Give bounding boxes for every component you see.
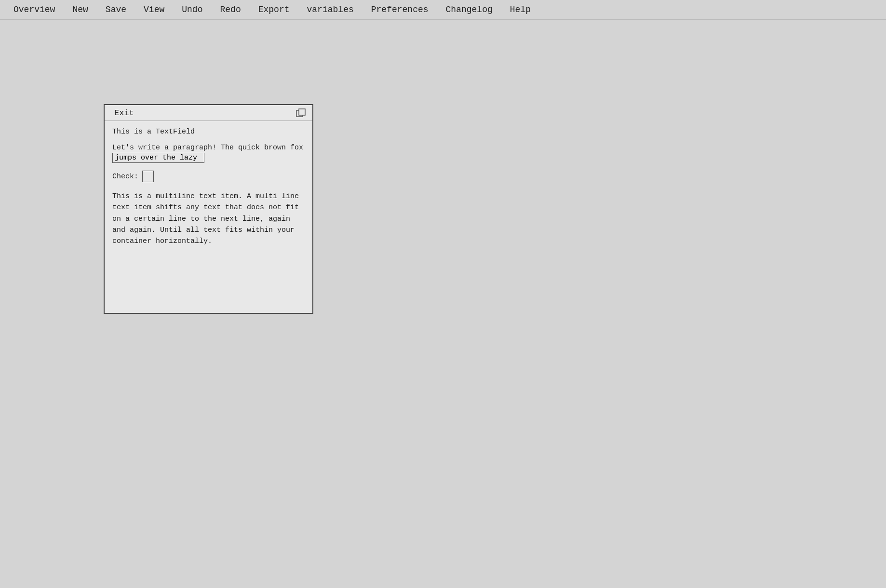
paragraph-before-text: Let's write a paragraph! The quick brown… <box>112 144 303 152</box>
menu-item-new[interactable]: New <box>64 0 96 20</box>
canvas-area: Exit This is a TextField Let's write a p… <box>0 20 886 588</box>
check-label: Check: <box>112 173 138 181</box>
menu-item-undo[interactable]: Undo <box>173 0 211 20</box>
menu-bar: Overview New Save View Undo Redo Export … <box>0 0 886 20</box>
menu-item-export[interactable]: Export <box>250 0 298 20</box>
menu-item-view[interactable]: View <box>135 0 173 20</box>
menu-item-help[interactable]: Help <box>501 0 539 20</box>
dialog-titlebar: Exit <box>105 105 312 121</box>
dialog-expand-button[interactable] <box>295 108 307 118</box>
check-row: Check: <box>112 171 305 182</box>
multiline-text: This is a multiline text item. A multi l… <box>112 191 305 247</box>
check-box[interactable] <box>142 171 154 182</box>
menu-item-redo[interactable]: Redo <box>211 0 249 20</box>
menu-item-overview[interactable]: Overview <box>5 0 64 20</box>
menu-item-changelog[interactable]: Changelog <box>437 0 501 20</box>
menu-item-preferences[interactable]: Preferences <box>362 0 437 20</box>
text-field-label: This is a TextField <box>112 128 305 136</box>
dialog-title: Exit <box>114 108 134 118</box>
svg-rect-1 <box>299 109 305 115</box>
dialog-panel: Exit This is a TextField Let's write a p… <box>104 104 313 314</box>
menu-item-save[interactable]: Save <box>97 0 135 20</box>
paragraph-input[interactable] <box>112 153 204 163</box>
menu-item-variables[interactable]: variables <box>298 0 362 20</box>
dialog-content: This is a TextField Let's write a paragr… <box>105 121 312 313</box>
paragraph-container: Let's write a paragraph! The quick brown… <box>112 143 305 163</box>
